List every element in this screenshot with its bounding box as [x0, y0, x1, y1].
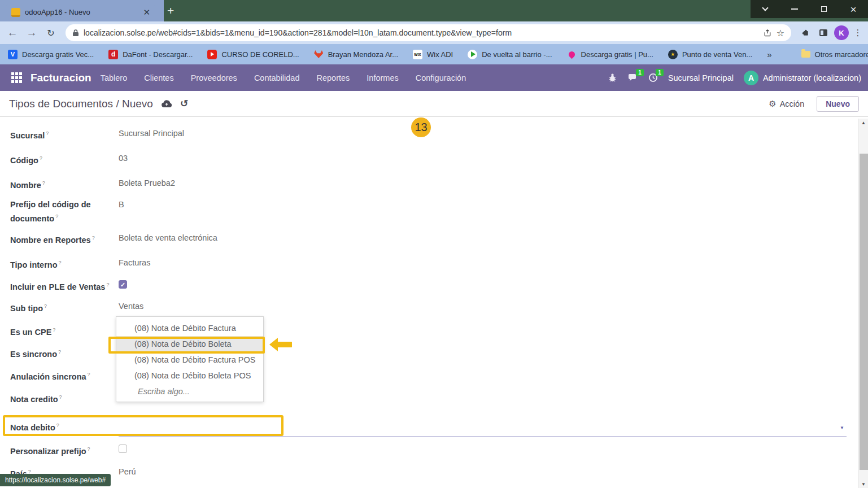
- field-value[interactable]: Sucursal Principal: [119, 128, 184, 140]
- help-marker-icon: ?: [59, 394, 62, 400]
- address-bar[interactable]: localizacion.solse.pe/web#cids=1&bids=1&…: [66, 24, 791, 41]
- activities-badge: 1: [656, 69, 664, 76]
- user-menu[interactable]: A Administrator (localizacion): [744, 71, 861, 85]
- user-name: Administrator (localizacion): [763, 73, 861, 82]
- menu-item-informes[interactable]: Informes: [367, 73, 398, 82]
- field-value[interactable]: 03: [119, 152, 128, 164]
- bookmark-item[interactable]: Brayan Mendoza Ar...: [314, 50, 398, 59]
- apps-grid-icon[interactable]: [7, 72, 26, 83]
- messages-icon[interactable]: 1: [627, 73, 638, 82]
- nota-debito-dropdown: (08) Nota de Débito Factura(08) Nota de …: [116, 316, 264, 402]
- other-bookmarks[interactable]: Otros marcadores: [801, 50, 868, 59]
- dropdown-option[interactable]: (08) Nota de Débito Boleta POS: [116, 368, 263, 384]
- minimize-button[interactable]: [782, 0, 808, 18]
- bookmark-item[interactable]: DaFont - Descargar...: [108, 50, 193, 59]
- field-value[interactable]: Perú: [119, 466, 136, 478]
- form-row: Nombre en Reportes?Boleta de venta elect…: [10, 227, 853, 252]
- menu-item-reportes[interactable]: Reportes: [317, 73, 350, 82]
- window-menu-button[interactable]: [752, 0, 778, 18]
- bookmark-label: De vuelta al barrio -...: [482, 50, 552, 59]
- field-label: Incluir en PLE de Ventas?: [10, 279, 119, 293]
- bookmark-item[interactable]: CURSO DE CORELD...: [207, 50, 299, 59]
- bookmark-item[interactable]: Punto de venta Ven...: [668, 50, 752, 59]
- scroll-up-icon[interactable]: ▲: [859, 119, 868, 128]
- bookmark-item[interactable]: Wix ADI: [413, 50, 453, 59]
- help-marker-icon: ?: [53, 327, 55, 333]
- app-name[interactable]: Facturacion: [30, 72, 91, 84]
- reload-button[interactable]: ↻: [43, 28, 59, 38]
- field-value[interactable]: B: [119, 199, 124, 211]
- dropdown-caret-icon[interactable]: ▼: [840, 422, 844, 434]
- highlight-box: [3, 415, 283, 436]
- browser-menu-icon[interactable]: ⋮: [852, 28, 863, 38]
- tab-close-icon[interactable]: ✕: [143, 8, 150, 16]
- checkbox[interactable]: [119, 445, 127, 453]
- breadcrumb[interactable]: Tipos de Documentos / Nuevo: [9, 98, 153, 110]
- browser-tab[interactable]: odooApp16 - Nuevo ✕: [6, 3, 156, 21]
- help-marker-icon: ?: [46, 130, 49, 136]
- lock-icon: [72, 29, 79, 37]
- folder-icon: [801, 51, 810, 58]
- menu-item-tablero[interactable]: Tablero: [101, 73, 128, 82]
- field-value[interactable]: Boleta de venta electrónica: [119, 232, 217, 244]
- activities-clock-icon[interactable]: 1: [648, 73, 658, 82]
- extensions-puzzle-icon[interactable]: [798, 28, 813, 38]
- unsaved-cloud-icon[interactable]: [161, 99, 172, 108]
- share-icon[interactable]: [763, 28, 772, 37]
- field-value[interactable]: Facturas: [119, 257, 150, 269]
- field-label: Tipo interno?: [10, 257, 119, 271]
- browser-profile-avatar[interactable]: K: [834, 25, 849, 40]
- action-label: Acción: [780, 99, 805, 108]
- debug-bug-icon[interactable]: [608, 73, 617, 82]
- back-button[interactable]: ←: [5, 27, 20, 39]
- field-value[interactable]: Boleta Prueba2: [119, 177, 175, 189]
- bookmark-label: Brayan Mendoza Ar...: [328, 50, 398, 59]
- field-value[interactable]: Ventas: [119, 300, 143, 312]
- vertical-scrollbar[interactable]: ▲ ▼: [858, 119, 868, 488]
- discard-undo-icon[interactable]: ↺: [180, 98, 188, 110]
- odoo-navbar: Facturacion TableroClientesProveedoresCo…: [0, 64, 868, 91]
- side-panel-icon[interactable]: [816, 29, 831, 36]
- dropdown-option[interactable]: (08) Nota de Débito Factura: [116, 320, 263, 336]
- bookmark-label: DaFont - Descargar...: [123, 50, 193, 59]
- bookmark-item[interactable]: Descarga gratis | Pu...: [567, 50, 653, 59]
- action-menu[interactable]: ⚙ Acción: [769, 99, 804, 109]
- messages-badge: 1: [636, 69, 644, 76]
- status-link: https://localizacion.solse.pe/web#: [0, 474, 111, 486]
- help-marker-icon: ?: [92, 235, 95, 241]
- menu-item-clientes[interactable]: Clientes: [144, 73, 173, 82]
- other-bookmarks-label: Otros marcadores: [815, 50, 868, 59]
- bookmark-label: Descarga gratis Vec...: [22, 50, 94, 59]
- checkbox[interactable]: [119, 280, 127, 289]
- menu-item-configuracin[interactable]: Configuración: [416, 73, 466, 82]
- bookmarks-overflow-chevron[interactable]: »: [767, 50, 771, 59]
- menu-item-contabilidad[interactable]: Contabilidad: [254, 73, 300, 82]
- menu-item-proveedores[interactable]: Proveedores: [191, 73, 237, 82]
- tab-title: odooApp16 - Nuevo: [25, 8, 138, 16]
- window-titlebar: odooApp16 - Nuevo ✕ + ×: [0, 0, 868, 21]
- bookmark-item[interactable]: De vuelta al barrio -...: [468, 50, 552, 59]
- help-marker-icon: ?: [59, 260, 62, 265]
- forward-button[interactable]: →: [24, 27, 40, 39]
- company-switcher[interactable]: Sucursal Principal: [668, 73, 734, 82]
- scrollbar-thumb[interactable]: [860, 154, 868, 470]
- field-label: Es sincrono?: [10, 346, 119, 360]
- bookmark-label: Wix ADI: [427, 50, 453, 59]
- scroll-down-icon[interactable]: ▼: [859, 482, 868, 487]
- url-text[interactable]: localizacion.solse.pe/web#cids=1&bids=1&…: [84, 28, 758, 37]
- form-row: Prefijo del código de documento?B: [10, 197, 853, 227]
- play-green-icon: [468, 50, 477, 59]
- site-favicon: [11, 8, 20, 17]
- dropdown-option[interactable]: (08) Nota de Débito Factura POS: [116, 352, 263, 368]
- restore-button[interactable]: [811, 0, 837, 18]
- bookmark-star-icon[interactable]: ☆: [777, 28, 784, 38]
- form-row: Incluir en PLE de Ventas?: [10, 277, 853, 295]
- close-button[interactable]: ×: [840, 0, 866, 18]
- new-tab-button[interactable]: +: [167, 5, 174, 16]
- nota-debito-input[interactable]: [119, 437, 847, 437]
- form-view: 13 Sucursal?Sucursal PrincipalCódigo?03N…: [0, 117, 868, 488]
- dropdown-type-placeholder[interactable]: Escriba algo...: [116, 384, 263, 399]
- bookmark-item[interactable]: Descarga gratis Vec...: [8, 50, 94, 59]
- navbar-menus: TableroClientesProveedoresContabilidadRe…: [101, 73, 466, 82]
- new-button[interactable]: Nuevo: [817, 96, 859, 112]
